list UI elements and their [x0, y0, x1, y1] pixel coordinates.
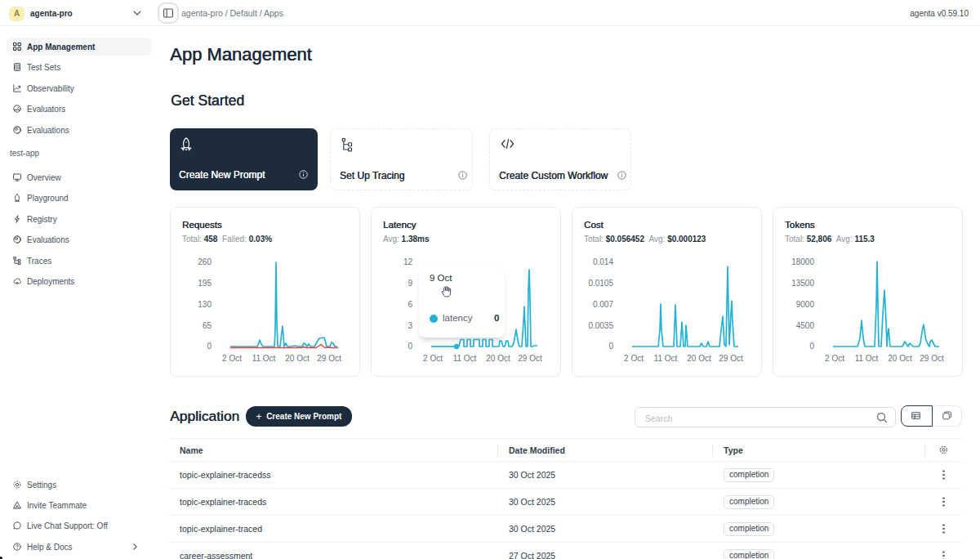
- svg-text:29 Oct: 29 Oct: [518, 354, 542, 363]
- svg-text:20 Oct: 20 Oct: [888, 354, 912, 363]
- svg-text:260: 260: [198, 257, 212, 266]
- svg-text:11 Oct: 11 Oct: [654, 354, 678, 363]
- svg-text:65: 65: [203, 321, 212, 330]
- svg-text:0.007: 0.007: [593, 300, 613, 309]
- svg-text:2 Oct: 2 Oct: [825, 354, 844, 363]
- svg-text:29 Oct: 29 Oct: [317, 354, 341, 363]
- svg-text:4500: 4500: [796, 321, 815, 330]
- svg-text:0: 0: [608, 342, 613, 351]
- svg-text:20 Oct: 20 Oct: [687, 354, 711, 363]
- svg-text:12: 12: [403, 257, 413, 266]
- svg-text:2 Oct: 2 Oct: [423, 354, 443, 363]
- svg-text:20 Oct: 20 Oct: [486, 354, 510, 363]
- svg-text:0: 0: [207, 342, 212, 351]
- svg-text:11 Oct: 11 Oct: [453, 354, 477, 363]
- svg-text:0.0035: 0.0035: [588, 321, 613, 330]
- svg-text:0.0105: 0.0105: [588, 279, 613, 288]
- svg-text:11 Oct: 11 Oct: [855, 354, 879, 363]
- svg-text:0: 0: [408, 342, 412, 351]
- svg-text:0: 0: [809, 342, 814, 351]
- svg-text:20 Oct: 20 Oct: [285, 354, 310, 363]
- svg-text:0.014: 0.014: [593, 257, 613, 266]
- svg-text:9: 9: [408, 279, 412, 288]
- svg-text:18000: 18000: [791, 257, 814, 266]
- svg-text:2 Oct: 2 Oct: [222, 354, 242, 363]
- svg-text:11 Oct: 11 Oct: [252, 354, 276, 363]
- svg-text:130: 130: [198, 300, 212, 309]
- svg-text:6: 6: [408, 300, 412, 309]
- svg-text:195: 195: [198, 279, 212, 288]
- svg-text:9000: 9000: [796, 300, 815, 309]
- svg-text:2 Oct: 2 Oct: [624, 354, 644, 363]
- svg-text:3: 3: [408, 321, 412, 330]
- svg-text:29 Oct: 29 Oct: [920, 354, 944, 363]
- svg-text:13500: 13500: [791, 279, 814, 288]
- svg-text:29 Oct: 29 Oct: [719, 354, 743, 363]
